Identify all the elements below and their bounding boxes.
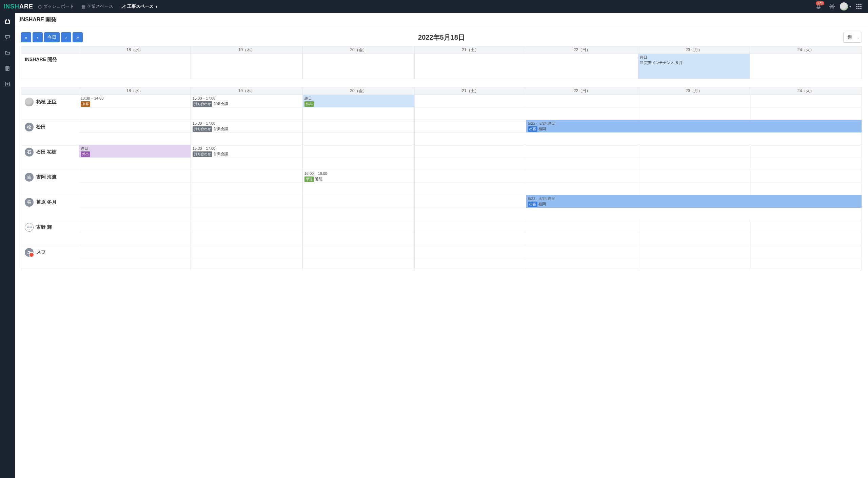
notifications-button[interactable]: 171 bbox=[813, 1, 824, 12]
day-cell[interactable] bbox=[79, 170, 191, 195]
day-cell[interactable] bbox=[638, 95, 750, 120]
day-cell[interactable] bbox=[638, 145, 750, 170]
day-cell[interactable] bbox=[750, 170, 862, 195]
event[interactable]: 終日休み bbox=[303, 95, 414, 108]
day-cell[interactable] bbox=[302, 145, 414, 170]
user-menu[interactable]: ▾ bbox=[840, 1, 851, 12]
avatar: 吉 bbox=[25, 173, 34, 182]
day-cell[interactable]: 15:30 – 17:00打ち合わせ営業会議 bbox=[191, 95, 302, 120]
event[interactable]: 5/22 – 5/24 終日出張福岡 bbox=[526, 120, 862, 133]
day-cell[interactable]: 13:30 – 14:00来客 bbox=[79, 95, 191, 120]
event-tag: 打ち合わせ bbox=[193, 151, 212, 157]
nav-construction[interactable]: ⎇ 工事スペース ▾ bbox=[118, 3, 160, 9]
day-cell[interactable] bbox=[750, 95, 862, 120]
day-cell[interactable] bbox=[638, 220, 750, 245]
today-button[interactable]: 今日 bbox=[44, 32, 60, 42]
event[interactable]: 13:30 – 14:00来客 bbox=[79, 95, 191, 108]
person-cell[interactable]: 松松田 bbox=[21, 120, 79, 145]
day-cell[interactable] bbox=[414, 195, 526, 220]
day-cell[interactable] bbox=[414, 54, 526, 79]
building-icon: ▦ bbox=[81, 4, 85, 9]
person-cell[interactable]: 石石田 祐樹 bbox=[21, 145, 79, 170]
day-cell[interactable] bbox=[79, 195, 191, 220]
day-cell[interactable] bbox=[79, 220, 191, 245]
day-cell[interactable] bbox=[526, 54, 638, 79]
day-header: 22（日） bbox=[526, 87, 638, 95]
day-cell[interactable] bbox=[414, 95, 526, 120]
day-cell[interactable] bbox=[414, 145, 526, 170]
event[interactable]: 5/22 – 5/24 終日出張福岡 bbox=[526, 195, 862, 208]
day-cell[interactable] bbox=[302, 245, 414, 270]
person-cell[interactable]: 笹笹原 冬月 bbox=[21, 195, 79, 220]
day-cell[interactable] bbox=[526, 245, 638, 270]
view-select[interactable]: 週 ⌄ bbox=[843, 32, 862, 43]
day-cell[interactable] bbox=[750, 245, 862, 270]
nav-first-button[interactable]: « bbox=[21, 32, 31, 42]
day-cell[interactable] bbox=[414, 120, 526, 145]
event[interactable]: 15:30 – 17:00打ち合わせ営業会議 bbox=[191, 120, 302, 133]
day-cell[interactable]: 15:30 – 17:00打ち合わせ営業会議 bbox=[191, 120, 302, 145]
day-cell[interactable] bbox=[191, 54, 302, 79]
sidebar-chat[interactable] bbox=[3, 33, 12, 41]
day-cell[interactable] bbox=[638, 170, 750, 195]
day-cell[interactable] bbox=[302, 220, 414, 245]
day-cell[interactable]: 終日外出 bbox=[79, 145, 191, 170]
calendar-title: 2022年5月18日 bbox=[418, 33, 465, 42]
person-name: 笹原 冬月 bbox=[36, 199, 57, 205]
nav-dashboard[interactable]: ◷ ダッシュボード bbox=[35, 3, 77, 9]
day-cell[interactable] bbox=[638, 245, 750, 270]
person-cell[interactable]: 吉吉岡 海渡 bbox=[21, 170, 79, 195]
day-cell[interactable] bbox=[414, 245, 526, 270]
event[interactable]: 終日 ☑ 定期メンテナンス ５月 bbox=[638, 54, 750, 67]
avatar: 👓 bbox=[25, 223, 34, 232]
person-row: 👓吉野 輝 bbox=[21, 220, 862, 245]
event-title: 営業会議 bbox=[213, 102, 228, 106]
day-cell[interactable] bbox=[79, 245, 191, 270]
day-cell[interactable] bbox=[526, 95, 638, 120]
day-cell[interactable]: 終日休み bbox=[302, 95, 414, 120]
event[interactable]: 16:00 – 16:00早退通院 bbox=[303, 170, 414, 183]
event[interactable]: 15:30 – 17:00打ち合わせ営業会議 bbox=[191, 95, 302, 108]
day-cell[interactable] bbox=[414, 220, 526, 245]
day-cell[interactable]: 5/22 – 5/24 終日出張福岡 bbox=[526, 195, 862, 220]
day-cell[interactable] bbox=[526, 170, 638, 195]
day-cell[interactable] bbox=[302, 195, 414, 220]
day-cell[interactable] bbox=[750, 54, 862, 79]
day-cell[interactable] bbox=[526, 145, 638, 170]
day-cell[interactable] bbox=[79, 54, 191, 79]
day-cell[interactable] bbox=[191, 195, 302, 220]
person-cell[interactable]: ススフ bbox=[21, 245, 79, 270]
logo[interactable]: INSHARE bbox=[3, 3, 33, 10]
project-name-cell[interactable]: INSHARE 開発 bbox=[21, 54, 79, 79]
event[interactable]: 終日外出 bbox=[79, 145, 191, 158]
day-cell[interactable] bbox=[191, 220, 302, 245]
day-cell[interactable] bbox=[750, 145, 862, 170]
day-cell[interactable] bbox=[79, 120, 191, 145]
nav-prev-button[interactable]: ‹ bbox=[33, 32, 43, 42]
settings-button[interactable] bbox=[826, 1, 838, 12]
day-cell[interactable]: 16:00 – 16:00早退通院 bbox=[302, 170, 414, 195]
day-cell[interactable] bbox=[191, 170, 302, 195]
day-cell[interactable] bbox=[526, 220, 638, 245]
apps-button[interactable] bbox=[853, 1, 865, 12]
day-cell[interactable] bbox=[750, 220, 862, 245]
day-cell[interactable] bbox=[302, 54, 414, 79]
sidebar-folder[interactable] bbox=[3, 49, 12, 57]
nav-last-button[interactable]: » bbox=[73, 32, 83, 42]
day-cell[interactable] bbox=[302, 120, 414, 145]
day-cell[interactable] bbox=[191, 245, 302, 270]
sidebar-calendar[interactable] bbox=[3, 18, 12, 26]
sidebar-document[interactable] bbox=[3, 64, 12, 72]
day-header: 24（火） bbox=[750, 46, 862, 54]
day-cell[interactable]: 15:30 – 17:00打ち合わせ営業会議 bbox=[191, 145, 302, 170]
event[interactable]: 15:30 – 17:00打ち合わせ営業会議 bbox=[191, 145, 302, 158]
person-cell[interactable]: 👓吉野 輝 bbox=[21, 220, 79, 245]
event-title: 定期メンテナンス ５月 bbox=[644, 61, 683, 65]
sidebar-money[interactable] bbox=[3, 80, 12, 88]
day-cell[interactable]: 5/22 – 5/24 終日出張福岡 bbox=[526, 120, 862, 145]
person-cell[interactable]: 柘植 正臣 bbox=[21, 95, 79, 120]
day-cell[interactable]: 終日 ☑ 定期メンテナンス ５月 bbox=[638, 54, 750, 79]
nav-next-button[interactable]: › bbox=[61, 32, 71, 42]
nav-company[interactable]: ▦ 企業スペース bbox=[79, 3, 116, 9]
day-cell[interactable] bbox=[414, 170, 526, 195]
